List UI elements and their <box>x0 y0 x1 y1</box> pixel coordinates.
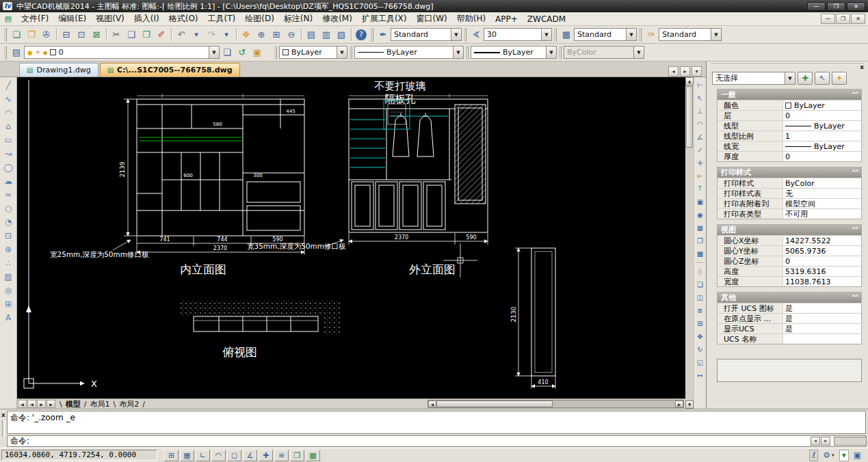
toolbar-grip[interactable] <box>4 28 7 42</box>
dim-style-combo[interactable]: 30 ▼ <box>484 28 552 41</box>
menu-dimension[interactable]: 标注(N) <box>279 12 317 26</box>
menu-draw[interactable]: 绘图(D) <box>240 12 279 26</box>
maximize-button[interactable]: ❐ <box>827 2 845 11</box>
block-editor-tool-icon[interactable]: ▣ <box>694 195 706 208</box>
view-section-header[interactable]: 视图 ^^ <box>718 225 861 235</box>
tab-scroll-left-icon[interactable]: ◂ <box>668 66 679 77</box>
coordinates-readout[interactable]: 16034.0860, 4719.7254, 0.0000 <box>1 450 157 461</box>
command-history[interactable]: 命令: '_.zoom _e <box>7 411 866 434</box>
chevron-down-icon[interactable]: ▼ <box>209 46 219 58</box>
prop-value[interactable]: 0 <box>783 152 861 161</box>
match-props-tool-icon[interactable]: ▩ <box>694 247 706 260</box>
hatch-tool-icon[interactable]: ▨ <box>1 270 16 284</box>
command-grip[interactable] <box>2 420 5 437</box>
mleader-style-combo[interactable]: Standard ▼ <box>659 28 722 41</box>
ortho-toggle[interactable]: ∟ <box>196 450 210 461</box>
prop-value[interactable]: ByColor <box>783 178 861 188</box>
dim-edit-tool-icon[interactable]: ⇤ <box>694 169 706 182</box>
text-style-combo[interactable]: Standard ▼ <box>391 28 462 41</box>
tool-palettes-icon[interactable]: ▥ <box>319 27 334 42</box>
settings-gear-icon[interactable]: ⚙▾ <box>820 450 837 461</box>
scroll-up-icon[interactable]: ▲ <box>685 77 694 85</box>
lineweight-combo[interactable]: ByLayer ▼ <box>471 46 557 59</box>
text-style-icon[interactable]: ✒ <box>376 27 391 42</box>
scroll-down-icon[interactable]: ▼ <box>685 400 694 409</box>
prop-value[interactable]: 5319.6316 <box>783 267 861 276</box>
osnap-toggle[interactable]: ◻ <box>227 450 241 461</box>
menu-file[interactable]: 文件(F) <box>16 12 53 26</box>
selection-filter-combo[interactable]: 无选择 ▼ <box>712 72 795 85</box>
command-prompt[interactable]: 命令: <box>7 435 866 447</box>
tab-list-icon[interactable]: ▾ <box>692 66 702 77</box>
line-tool-icon[interactable]: ╱ <box>1 79 16 92</box>
prop-value[interactable]: 0 <box>783 111 861 120</box>
menu-tools[interactable]: 工具(T) <box>203 12 241 26</box>
redo-dropdown-icon[interactable]: ▾ <box>219 27 234 42</box>
menu-modify[interactable]: 修改(M) <box>317 12 357 26</box>
layer-manager-icon[interactable]: ▤ <box>9 45 24 59</box>
next-tab-icon[interactable]: ▶ <box>37 400 46 408</box>
chevron-down-icon[interactable]: ▼ <box>451 29 461 40</box>
mdi-restore-button[interactable]: ❐ <box>836 14 850 24</box>
select-objects-button[interactable]: ↖ <box>815 72 830 85</box>
layer-states-icon[interactable]: ▣ <box>250 45 265 59</box>
prop-value[interactable]: ByLayer <box>783 121 861 131</box>
donut-tool-icon[interactable]: ◎ <box>1 284 16 297</box>
copy-tool-icon[interactable]: ❏ <box>694 278 706 291</box>
other-section-header[interactable]: 其他 ^^ <box>718 293 861 303</box>
menu-format[interactable]: 格式(O) <box>164 12 203 26</box>
layout2-tab[interactable]: 布局2 <box>119 399 139 409</box>
help-icon[interactable]: ? <box>356 29 367 40</box>
mdi-close-button[interactable]: ✕ <box>851 14 865 24</box>
minimize-button[interactable]: — <box>807 2 826 11</box>
panel-grip[interactable]: x <box>711 64 864 70</box>
menu-insert[interactable]: 插入(I) <box>129 12 164 26</box>
arc-dim-tool-icon[interactable]: ◠ <box>694 118 706 131</box>
grid-toggle[interactable]: ▦ <box>180 450 194 461</box>
dim-center-tool-icon[interactable]: ✛ <box>694 157 706 169</box>
prop-value[interactable]: ByLayer <box>783 141 861 151</box>
text-tool-icon[interactable]: A <box>1 311 16 325</box>
zoom-previous-icon[interactable]: ⊖ <box>284 27 299 42</box>
erase-tool-icon[interactable]: ◊ <box>694 265 706 278</box>
chevron-down-icon[interactable]: ▼ <box>541 29 551 40</box>
revcloud-tool-icon[interactable]: ☁ <box>1 174 16 188</box>
text-annotation-tool-icon[interactable]: T <box>694 182 706 195</box>
prop-value[interactable]: 是 <box>783 303 861 313</box>
table-style-icon[interactable]: ▦ <box>559 27 574 42</box>
chevron-down-icon[interactable]: ▼ <box>453 46 463 58</box>
print-preview-icon[interactable]: ⊡ <box>74 27 89 42</box>
tab-drawing1[interactable]: ▤ Drawing1.dwg <box>19 63 98 77</box>
wipeout-tool-icon[interactable]: ◉ <box>694 208 706 221</box>
dim-style-icon[interactable]: ∢ <box>469 27 484 42</box>
prop-value[interactable]: 1 <box>783 131 861 141</box>
cut-icon[interactable]: ✂ <box>109 27 124 42</box>
open-file-icon[interactable]: ❐ <box>24 27 39 42</box>
chevron-down-icon[interactable]: ▼ <box>711 29 721 40</box>
table-style-combo[interactable]: Standard ▼ <box>574 28 637 41</box>
command-resize-grip[interactable] <box>834 437 867 446</box>
command-scroll-right-icon[interactable]: ▸ <box>821 437 830 446</box>
add-selection-button[interactable]: ✚ <box>798 72 813 85</box>
plot-icon[interactable]: ⊠ <box>89 27 104 42</box>
prop-value[interactable]: 是 <box>783 314 861 323</box>
copy-nested-tool-icon[interactable]: ❐ <box>694 234 706 247</box>
table-tool-icon[interactable]: ⊞ <box>1 297 16 311</box>
prop-value[interactable] <box>783 334 861 344</box>
prop-value[interactable]: 模型空间 <box>783 199 861 208</box>
model-tab[interactable]: 模型 <box>66 399 81 409</box>
menu-app-plus[interactable]: APP+ <box>490 13 523 25</box>
horizontal-scrollbar[interactable]: ◀ ▶ <box>428 400 684 408</box>
new-file-icon[interactable]: ❏ <box>9 27 24 42</box>
quick-leader-tool-icon[interactable]: ↖ <box>694 92 706 105</box>
prop-value[interactable]: 11038.7613 <box>783 277 861 286</box>
prop-value[interactable]: 不可用 <box>783 209 861 219</box>
collapse-icon[interactable]: ^^ <box>852 92 858 98</box>
paste-icon[interactable]: ❒ <box>139 27 154 42</box>
menu-window[interactable]: 窗口(W) <box>411 12 451 26</box>
menu-edit[interactable]: 编辑(E) <box>53 12 91 26</box>
table-edit-tool-icon[interactable]: ▦ <box>694 221 706 234</box>
prop-value[interactable]: 14227.5522 <box>783 236 861 245</box>
make-layer-current-icon[interactable]: ❏ <box>220 45 235 59</box>
chevron-down-icon[interactable]: ▼ <box>546 46 556 58</box>
